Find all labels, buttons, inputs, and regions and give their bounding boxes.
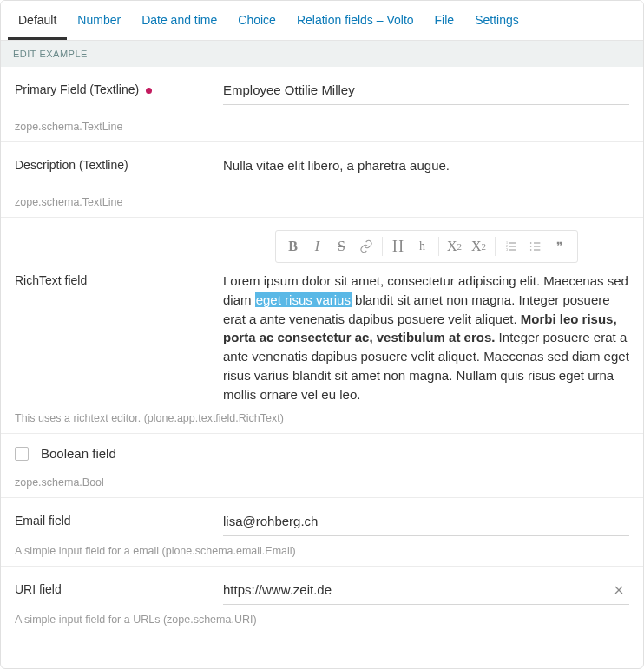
bold-button[interactable]: B [281,234,306,259]
email-label: Email field [15,514,71,528]
tabs-bar: Default Number Date and time Choice Rela… [1,1,643,41]
clear-button[interactable] [608,583,629,600]
unordered-list-button[interactable] [523,234,548,259]
field-richtext: RichText field B I S H h X2 [1,218,643,434]
tab-file[interactable]: File [424,1,465,40]
uri-help: A simple input field for a URLs (zope.sc… [15,613,629,626]
close-icon [612,583,626,597]
ordered-list-button[interactable]: 123 [499,234,523,259]
superscript-button[interactable]: X2 [467,234,491,259]
uri-label: URI field [15,582,62,596]
svg-point-9 [529,242,531,244]
svg-point-11 [529,249,531,251]
boolean-help: zope.schema.Bool [15,476,629,489]
toolbar-separator [495,237,496,256]
description-label: Description (Textline) [15,158,128,172]
primary-help: zope.schema.TextLine [15,121,629,133]
boolean-label: Boolean field [41,446,116,461]
section-header: EDIT EXAMPLE [1,41,643,67]
tab-default[interactable]: Default [8,1,67,40]
tab-number[interactable]: Number [67,1,131,40]
field-boolean: Boolean field zope.schema.Bool [1,434,643,498]
superscript-2: 2 [482,241,487,252]
email-input[interactable] [223,510,629,536]
richtext-editor[interactable]: Lorem ipsum dolor sit amet, consectetur … [223,272,629,403]
tab-settings[interactable]: Settings [464,1,529,40]
field-description: Description (Textline) zope.schema.TextL… [1,142,643,218]
uri-input[interactable] [223,579,608,604]
subscript-2: 2 [457,241,463,252]
field-email: Email field A simple input field for a e… [1,498,643,567]
primary-label: Primary Field (Textline) [15,82,139,96]
description-help: zope.schema.TextLine [15,196,629,208]
richtext-label: RichText field [15,273,87,287]
primary-input[interactable] [223,79,629,105]
link-button[interactable] [354,234,378,259]
toolbar-separator [438,237,439,256]
italic-button[interactable]: I [306,234,330,259]
field-uri: URI field A simple input field for a URL… [1,567,643,634]
strikethrough-button[interactable]: S [330,234,354,259]
tab-date-time[interactable]: Date and time [131,1,227,40]
svg-text:3: 3 [506,247,508,252]
boolean-checkbox[interactable] [15,447,29,461]
heading-small-button[interactable]: h [411,234,435,259]
tab-relation-fields[interactable]: Relation fields – Volto [286,1,424,40]
svg-point-10 [529,246,531,247]
richtext-selection: eget risus varius [255,292,352,307]
toolbar-separator [382,237,383,256]
subscript-x: X [447,239,457,254]
blockquote-button[interactable]: ❞ [548,234,572,259]
superscript-x: X [471,239,482,254]
subscript-button[interactable]: X2 [443,234,467,259]
tab-choice[interactable]: Choice [227,1,286,40]
richtext-toolbar: B I S H h X2 X2 [275,230,578,263]
heading-large-button[interactable]: H [386,234,411,259]
edit-form-panel: Default Number Date and time Choice Rela… [0,0,644,669]
field-primary: Primary Field (Textline) zope.schema.Tex… [1,67,643,142]
richtext-help: This uses a richtext editor. (plone.app.… [15,412,629,424]
required-indicator-icon [146,88,152,94]
email-help: A simple input field for a email (plone.… [15,545,629,557]
description-input[interactable] [223,154,629,180]
